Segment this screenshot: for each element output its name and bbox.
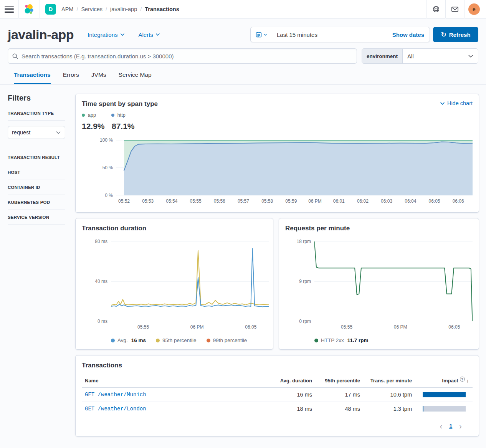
show-dates-button[interactable]: Show dates <box>392 31 430 38</box>
tpm-value: 1.3 tpm <box>360 406 412 412</box>
avg-legend-value: 16 ms <box>131 337 146 343</box>
p95-value: 48 ms <box>312 406 360 412</box>
x-axis-tick-label: 05:56 <box>214 198 225 204</box>
alerts-menu[interactable]: Alerts <box>139 31 160 38</box>
help-icon[interactable] <box>427 0 445 18</box>
p95-legend-dot <box>156 339 160 342</box>
search-input[interactable] <box>21 53 353 60</box>
x-axis-tick-label: 06:05 <box>245 324 256 330</box>
transaction-type-select[interactable]: request <box>8 126 65 139</box>
page-1-button[interactable]: 1 <box>449 423 452 429</box>
x-axis-tick-label: 05:55 <box>137 324 149 330</box>
transaction-link-munich[interactable]: GET /weather/Munich <box>85 392 266 398</box>
refresh-button[interactable]: ↻ Refresh <box>433 27 478 42</box>
time-spent-title: Time spent by span type <box>82 100 158 108</box>
col-avg-duration[interactable]: Avg. duration <box>266 378 312 384</box>
time-spent-by-span-type-plot <box>116 140 473 195</box>
facet-kubernetes-pod[interactable]: KUBERNETES POD <box>8 200 65 205</box>
tab-errors[interactable]: Errors <box>63 71 79 84</box>
x-axis-tick-label: 06:05 <box>448 324 460 330</box>
topbar-actions: e <box>426 0 482 18</box>
app-legend-dot <box>82 114 85 117</box>
tpm-value: 10.6 tpm <box>360 392 412 398</box>
x-axis-tick-label: 06 PM <box>308 198 322 204</box>
x-axis-tick-label: 06:04 <box>405 198 416 204</box>
divider <box>18 0 19 18</box>
x-axis-tick-label: 05:58 <box>261 198 273 204</box>
col-trans-per-minute[interactable]: Trans. per minute <box>360 378 412 384</box>
calendar-icon <box>256 31 262 38</box>
divider <box>464 0 465 18</box>
requests-per-minute-plot <box>314 241 473 321</box>
divider <box>8 150 65 150</box>
breadcrumb-services[interactable]: Services <box>81 6 102 12</box>
elastic-logo[interactable] <box>23 3 35 15</box>
time-spent-panel: Time spent by span type Hide chart app h… <box>75 94 479 213</box>
x-axis-tick-label: 05:55 <box>341 324 352 330</box>
transaction-link-london[interactable]: GET /weather/London <box>85 406 266 412</box>
tab-jvms[interactable]: JVMs <box>91 71 106 84</box>
hamburger-menu-icon[interactable] <box>5 6 14 13</box>
transactions-table-title: Transactions <box>82 362 473 369</box>
alerts-label: Alerts <box>139 31 153 38</box>
tab-transactions[interactable]: Transactions <box>14 71 51 84</box>
date-picker: Last 15 minutes Show dates <box>250 27 430 42</box>
integrations-menu[interactable]: Integrations <box>88 31 124 38</box>
transactions-table-panel: Transactions Name Avg. duration 95th per… <box>75 355 479 436</box>
facet-service-version[interactable]: SERVICE VERSION <box>8 215 65 220</box>
top-navigation-bar: D APM / Services / javalin-app / Transac… <box>0 0 486 18</box>
p95-legend-label: 95th percentile <box>162 337 197 343</box>
y-axis-tick-label: 18 rpm <box>297 239 311 244</box>
table-header-row: Name Avg. duration 95th percentile Trans… <box>82 375 473 388</box>
col-name[interactable]: Name <box>85 378 266 384</box>
divider <box>8 165 65 165</box>
x-axis-tick-label: 05:53 <box>142 198 154 204</box>
tab-service-map[interactable]: Service Map <box>119 71 152 84</box>
user-avatar[interactable]: e <box>468 3 480 15</box>
impact-help-icon[interactable]: ? <box>460 377 465 382</box>
breadcrumb-apm[interactable]: APM <box>61 6 73 12</box>
calendar-quick-select-button[interactable] <box>251 27 272 42</box>
time-spent-chart: 100 %50 %0 %05:5205:5305:5405:5505:5605:… <box>116 140 473 206</box>
http-legend-dot <box>111 114 114 117</box>
y-axis-tick-label: 0 rpm <box>299 319 311 324</box>
space-badge[interactable]: D <box>45 4 56 15</box>
p95-value: 17 ms <box>312 392 360 398</box>
x-axis-tick-label: 05:52 <box>118 198 130 204</box>
transaction-type-value: request <box>12 129 30 136</box>
facet-transaction-result[interactable]: TRANSACTION RESULT <box>8 155 65 160</box>
environment-filter[interactable]: environment All <box>362 48 478 64</box>
time-range-value[interactable]: Last 15 minutes <box>272 31 392 38</box>
rpm-legend: HTTP 2xx11.7 rpm <box>314 337 473 343</box>
span-type-legend: app http <box>82 112 473 118</box>
prev-page-icon[interactable]: ‹ <box>440 422 443 430</box>
breadcrumb-current: Transactions <box>145 6 179 12</box>
col-95th-percentile[interactable]: 95th percentile <box>312 378 360 384</box>
requests-per-minute-chart: 18 rpm9 rpm0 rpm05:5506 PM06:05 <box>314 241 473 331</box>
page-title: javalin-app <box>8 27 74 42</box>
col-impact[interactable]: Impact ? ↓ <box>412 378 469 384</box>
breadcrumb: APM / Services / javalin-app / Transacti… <box>61 6 179 12</box>
chevron-down-icon <box>120 33 125 36</box>
next-page-icon[interactable]: › <box>459 422 462 430</box>
environment-label: environment <box>362 49 403 63</box>
x-axis-tick-label: 06 PM <box>394 324 407 330</box>
avg-legend-dot <box>111 339 115 342</box>
divider <box>8 210 65 210</box>
newsfeed-mail-icon[interactable] <box>446 0 464 18</box>
y-axis-tick-label: 80 ms <box>95 239 107 244</box>
y-axis-tick-label: 0 % <box>105 193 113 198</box>
integrations-label: Integrations <box>88 31 117 38</box>
duration-legend: Avg.16 ms 95th percentile 99th percentil… <box>111 337 267 343</box>
x-axis-tick-label: 05:54 <box>166 198 177 204</box>
breadcrumb-separator: / <box>76 6 78 12</box>
facet-host[interactable]: HOST <box>8 170 65 175</box>
http2xx-legend-label: HTTP 2xx <box>321 337 344 343</box>
hide-chart-button[interactable]: Hide chart <box>440 100 473 106</box>
avg-duration-value: 18 ms <box>266 406 312 412</box>
chevron-down-icon <box>440 102 445 105</box>
y-axis-tick-label: 9 rpm <box>299 279 311 284</box>
breadcrumb-service-name[interactable]: javalin-app <box>110 6 137 12</box>
pagination: ‹ 1 › <box>82 422 473 430</box>
facet-container-id[interactable]: CONTAINER ID <box>8 185 65 190</box>
